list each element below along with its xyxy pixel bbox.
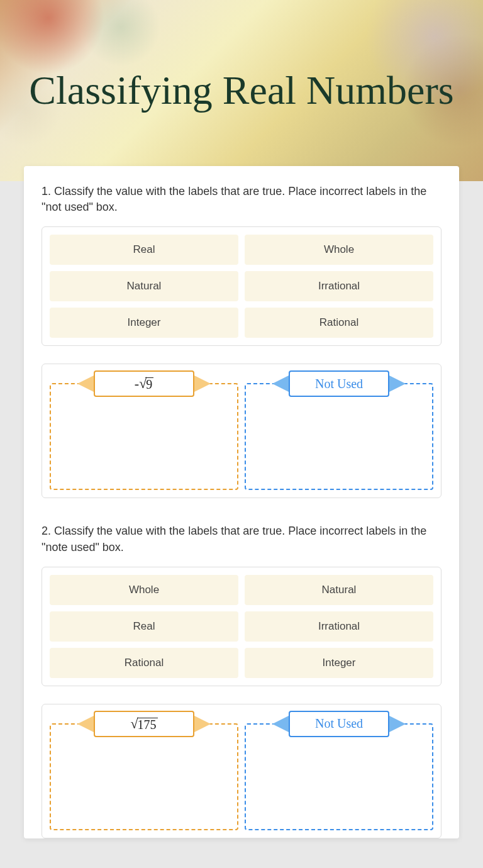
question-1-prompt: 1. Classify the value with the labels th… bbox=[42, 184, 441, 215]
drop-zone-value[interactable]: √175 bbox=[50, 723, 238, 830]
question-text: Classify the value with the labels that … bbox=[42, 525, 426, 553]
math-expression: -√9 bbox=[135, 376, 153, 392]
drop-zone-not-used[interactable]: Not Used bbox=[245, 383, 433, 490]
radicand: 9 bbox=[145, 377, 153, 391]
math-prefix: - bbox=[135, 376, 139, 391]
question-1-drop-zones: -√9 Not Used bbox=[42, 364, 441, 498]
question-2-prompt: 2. Classify the value with the labels th… bbox=[42, 523, 441, 555]
drop-zone-value[interactable]: -√9 bbox=[50, 383, 238, 490]
zone-not-used-label: Not Used bbox=[289, 711, 389, 737]
question-1: 1. Classify the value with the labels th… bbox=[42, 184, 441, 498]
question-1-label-pool: Real Whole Natural Irrational Integer Ra… bbox=[42, 226, 441, 346]
label-chip[interactable]: Irrational bbox=[245, 271, 433, 301]
label-chip[interactable]: Rational bbox=[50, 648, 238, 678]
label-chip[interactable]: Real bbox=[50, 235, 238, 265]
zone-header-not-used: Not Used bbox=[272, 711, 406, 737]
worksheet-header: Classifying Real Numbers bbox=[0, 0, 483, 181]
radicand: 175 bbox=[137, 718, 158, 731]
zone-value-label: √175 bbox=[94, 711, 194, 737]
label-chip[interactable]: Irrational bbox=[245, 611, 433, 642]
question-number: 1. bbox=[42, 185, 51, 198]
page-title: Classifying Real Numbers bbox=[29, 69, 453, 113]
label-chip[interactable]: Integer bbox=[50, 308, 238, 338]
zone-header-value: √175 bbox=[77, 711, 211, 737]
label-chip[interactable]: Rational bbox=[245, 308, 433, 338]
zone-value-label: -√9 bbox=[94, 370, 194, 397]
question-2-label-pool: Whole Natural Real Irrational Rational I… bbox=[42, 567, 441, 686]
label-chip[interactable]: Whole bbox=[50, 575, 238, 605]
zone-header-not-used: Not Used bbox=[272, 370, 406, 397]
math-expression: √175 bbox=[130, 716, 157, 732]
zone-header-value: -√9 bbox=[77, 370, 211, 397]
label-chip[interactable]: Whole bbox=[245, 235, 433, 265]
label-chip[interactable]: Integer bbox=[245, 648, 433, 678]
drop-zone-not-used[interactable]: Not Used bbox=[245, 723, 433, 830]
label-chip[interactable]: Natural bbox=[50, 271, 238, 301]
question-2: 2. Classify the value with the labels th… bbox=[42, 523, 441, 838]
label-chip[interactable]: Real bbox=[50, 611, 238, 642]
question-number: 2. bbox=[42, 525, 51, 537]
zone-not-used-label: Not Used bbox=[289, 370, 389, 397]
worksheet-card: 1. Classify the value with the labels th… bbox=[24, 166, 459, 838]
question-2-drop-zones: √175 Not Used bbox=[42, 704, 441, 838]
question-text: Classify the value with the labels that … bbox=[42, 185, 426, 213]
label-chip[interactable]: Natural bbox=[245, 575, 433, 605]
